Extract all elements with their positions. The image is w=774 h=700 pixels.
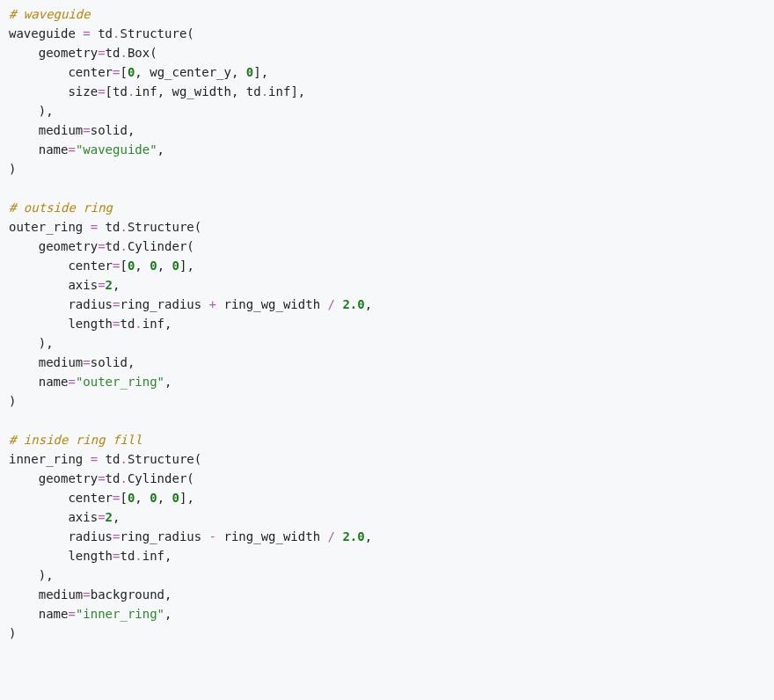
comma: , (164, 317, 172, 331)
comma: , (46, 568, 53, 582)
kw-name: name (39, 607, 69, 621)
ident-box: Box (128, 46, 150, 60)
comma: , (186, 259, 194, 273)
comma: , (164, 549, 172, 563)
lbrack: [ (120, 491, 127, 505)
ident-inf: inf (135, 84, 157, 98)
op-slash: / (328, 529, 335, 543)
code-block: # waveguide waveguide = td.Structure( ge… (9, 4, 765, 643)
num-two-point-zero: 2.0 (342, 529, 364, 543)
rparen: ) (9, 626, 16, 640)
op-dot: . (135, 549, 142, 563)
comma: , (157, 142, 164, 157)
num-zero: 0 (246, 65, 253, 79)
comment-waveguide: # waveguide (9, 7, 91, 21)
op-eq: = (98, 84, 105, 98)
num-zero: 0 (172, 259, 179, 273)
comma: , (128, 123, 135, 137)
comma: , (157, 259, 164, 273)
comma: , (46, 104, 53, 118)
ident-cylinder: Cylinder (128, 239, 186, 253)
op-eq: = (83, 123, 90, 137)
ident-ring-radius: ring_radius (120, 297, 201, 311)
kw-geometry: geometry (39, 471, 98, 485)
lbrack: [ (120, 259, 127, 273)
ident-structure: Structure (128, 220, 194, 234)
ident-wg-center-y: wg_center_y (150, 65, 231, 79)
lparen: ( (186, 471, 194, 485)
kw-axis: axis (68, 278, 98, 292)
ident-td: td (106, 239, 120, 253)
kw-length: length (68, 317, 113, 331)
ident-inf: inf (142, 317, 164, 331)
ident-td: td (113, 84, 128, 98)
kw-name: name (39, 142, 69, 157)
op-eq: = (91, 220, 98, 234)
kw-medium: medium (39, 587, 84, 602)
op-dot: . (120, 471, 127, 485)
ident-outer-ring: outer_ring (9, 220, 83, 234)
comma: , (46, 336, 53, 350)
kw-center: center (68, 259, 113, 273)
ident-td: td (106, 220, 120, 234)
lparen: ( (186, 26, 194, 40)
op-eq: = (98, 510, 105, 524)
comment-outside-ring: # outside ring (9, 201, 113, 215)
op-eq: = (68, 142, 75, 157)
kw-center: center (68, 65, 113, 79)
ident-td: td (246, 84, 261, 98)
op-eq: = (98, 46, 105, 60)
comma: , (231, 65, 238, 79)
op-eq: = (98, 239, 105, 253)
ident-structure: Structure (128, 452, 194, 466)
op-dot: . (261, 84, 268, 98)
op-dot: . (135, 317, 142, 331)
comma: , (164, 587, 172, 602)
rparen: ) (39, 336, 46, 350)
ident-ring-radius: ring_radius (120, 529, 201, 543)
comma: , (135, 259, 142, 273)
comma: , (164, 607, 172, 621)
rbrack: ] (253, 65, 260, 79)
ident-wg-width: wg_width (172, 84, 231, 98)
rparen: ) (39, 104, 46, 118)
lparen: ( (194, 452, 201, 466)
op-eq: = (91, 452, 98, 466)
kw-medium: medium (39, 355, 84, 369)
kw-center: center (68, 491, 113, 505)
num-two: 2 (106, 510, 113, 524)
str-waveguide: "waveguide" (76, 142, 157, 157)
ident-td: td (120, 549, 135, 563)
comma: , (113, 278, 120, 292)
rparen: ) (9, 394, 16, 408)
op-eq: = (83, 587, 90, 602)
ident-td: td (106, 452, 120, 466)
ident-inf: inf (268, 84, 290, 98)
rparen: ) (39, 568, 46, 582)
op-eq: = (98, 278, 105, 292)
op-eq: = (98, 471, 105, 485)
comma: , (365, 297, 372, 311)
ident-inner-ring: inner_ring (9, 452, 83, 466)
kw-axis: axis (68, 510, 98, 524)
op-plus: + (209, 297, 216, 311)
lparen: ( (186, 239, 194, 253)
comma: , (135, 491, 142, 505)
kw-radius: radius (68, 529, 113, 543)
comma: , (164, 375, 172, 389)
rbrack: ] (290, 84, 297, 98)
kw-geometry: geometry (39, 46, 98, 60)
op-minus: - (209, 529, 216, 543)
num-two: 2 (106, 278, 113, 292)
kw-size: size (68, 84, 98, 98)
comma: , (186, 491, 194, 505)
comma: , (135, 65, 142, 79)
lparen: ( (194, 220, 201, 234)
comma: , (113, 510, 120, 524)
comma: , (128, 355, 135, 369)
lbrack: [ (106, 84, 113, 98)
ident-inf: inf (142, 549, 164, 563)
lbrack: [ (120, 65, 127, 79)
op-dot: . (120, 239, 127, 253)
op-dot: . (120, 46, 127, 60)
